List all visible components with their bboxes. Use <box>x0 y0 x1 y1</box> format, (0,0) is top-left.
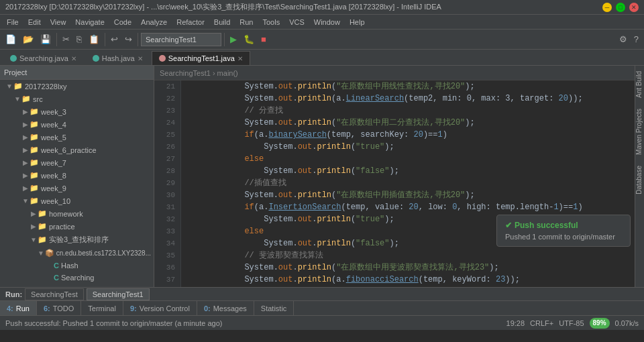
sidebar-item-hash[interactable]: ▶CHash <box>0 260 154 272</box>
run-tab-label: Run <box>16 304 30 312</box>
paste-icon[interactable]: 📋 <box>86 33 102 46</box>
folder-icon: 📁 <box>13 82 23 91</box>
ln-25: 25 <box>157 129 175 141</box>
sidebar-item-homework[interactable]: ▶📁homework <box>0 207 154 220</box>
sidebar-item-project-root[interactable]: ▼ 📁 20172328lxy <box>0 80 154 93</box>
project-root-label: 20172328lxy <box>25 82 66 91</box>
ln-32: 32 <box>157 213 175 225</box>
ln-23: 23 <box>157 105 175 117</box>
tab-hash-java[interactable]: Hash.java ✕ <box>85 51 150 65</box>
menu-help[interactable]: Help <box>345 17 369 27</box>
bottom-tab-vcs[interactable]: 9: Version Control <box>123 301 197 315</box>
tab-searchingtest1-close[interactable]: ✕ <box>237 55 243 62</box>
notification-body: Pushed 1 commit to origin/master <box>505 233 622 241</box>
sidebar-item-practice[interactable]: ▶📁practice <box>0 220 154 233</box>
terminal-tab-label: Terminal <box>88 304 116 312</box>
sidebar-item-package[interactable]: ▼📦cn.edu.besti.cs1723.LXY2328... <box>0 247 154 260</box>
sidebar-item-week7[interactable]: ▶📁week_7 <box>0 156 154 169</box>
open-icon[interactable]: 📂 <box>20 33 36 46</box>
code-editor[interactable]: 21 22 23 24 25 26 27 28 29 30 31 32 33 3… <box>154 80 635 287</box>
project-sidebar: Project ▼ 📁 20172328lxy ▼ 📁 src ▶📁week_3… <box>0 66 154 287</box>
settings-icon[interactable]: ⚙ <box>616 33 630 46</box>
run-tab1[interactable]: SearchingTest <box>25 288 84 300</box>
tab-searching-java[interactable]: Searching.java ✕ <box>3 51 84 65</box>
menu-view[interactable]: View <box>46 17 70 27</box>
sidebar-item-week4[interactable]: ▶📁week_4 <box>0 118 154 131</box>
separator-1 <box>56 33 57 46</box>
code-line-38: //树表查找 <box>186 286 635 287</box>
sidebar-item-week5[interactable]: ▶📁week_5 <box>0 131 154 144</box>
ln-28: 28 <box>157 165 175 177</box>
bottom-tab-statistic[interactable]: Statistic <box>254 301 294 315</box>
ant-build-tab[interactable]: Ant Build <box>635 66 644 103</box>
run-tab2[interactable]: SearchingTest1 <box>87 288 150 300</box>
bottom-toolbar: 4: Run 6: TODO Terminal 9: Version Contr… <box>0 300 644 315</box>
sidebar-item-src[interactable]: ▼ 📁 src <box>0 93 154 105</box>
menu-navigate[interactable]: Navigate <box>71 17 108 27</box>
ln-30: 30 <box>157 189 175 201</box>
sidebar-item-searching[interactable]: ▶CSearching <box>0 272 154 284</box>
sidebar-item-exp3[interactable]: ▼📁实验3_查找和排序 <box>0 233 154 247</box>
stop-icon[interactable]: ■ <box>258 33 269 46</box>
tab-searchingtest1-java[interactable]: SearchingTest1.java ✕ <box>152 51 250 65</box>
menu-analyze[interactable]: Analyze <box>137 17 171 27</box>
vcs-tab-label: Version Control <box>140 304 190 312</box>
line-ending: CRLF+ <box>530 319 553 327</box>
breadcrumb-bar: SearchingTest1 › main() <box>154 66 635 80</box>
maximize-button[interactable]: □ <box>616 3 625 12</box>
ln-21: 21 <box>157 80 175 93</box>
menu-edit[interactable]: Edit <box>24 17 45 27</box>
window-controls: ─ □ ✕ <box>602 3 639 12</box>
menu-refactor[interactable]: Refactor <box>172 17 209 27</box>
ln-37: 37 <box>157 274 175 286</box>
statistic-tab-label: Statistic <box>261 304 287 312</box>
debug-icon[interactable]: 🐛 <box>241 33 257 46</box>
run-tab-num: 4: <box>7 304 13 312</box>
breadcrumb-text: SearchingTest1 › main() <box>160 69 238 77</box>
new-file-icon[interactable]: 📄 <box>3 33 19 46</box>
bottom-tab-todo[interactable]: 6: TODO <box>37 301 81 315</box>
ln-36: 36 <box>157 262 175 274</box>
sidebar-item-sorting[interactable]: ▶CSorting <box>0 284 154 287</box>
menu-run[interactable]: Run <box>235 17 257 27</box>
bottom-tab-terminal[interactable]: Terminal <box>81 301 123 315</box>
code-line-22: System.out.println(a.LinearSearch(temp2,… <box>186 93 635 105</box>
sidebar-item-week10[interactable]: ▼📁week_10 <box>0 194 154 207</box>
save-icon[interactable]: 💾 <box>38 33 54 46</box>
minimize-button[interactable]: ─ <box>602 3 612 12</box>
notification-title: ✔ Push successful <box>505 221 622 230</box>
ln-24: 24 <box>157 117 175 129</box>
code-line-28: System.out.println("false"); <box>186 165 635 177</box>
menu-tools[interactable]: Tools <box>258 17 284 27</box>
cut-icon[interactable]: ✂ <box>60 33 72 46</box>
tab-hash-close[interactable]: ✕ <box>138 55 143 62</box>
menu-vcs[interactable]: VCS <box>285 17 309 27</box>
close-button[interactable]: ✕ <box>629 3 639 12</box>
tab-searching-close[interactable]: ✕ <box>71 55 76 62</box>
menu-code[interactable]: Code <box>110 17 136 27</box>
sidebar-item-week3[interactable]: ▶📁week_3 <box>0 105 154 118</box>
bottom-tab-run[interactable]: 4: Run <box>0 301 37 315</box>
undo-icon[interactable]: ↩ <box>108 33 121 46</box>
status-bar: Push successful: Pushed 1 commit to orig… <box>0 315 644 330</box>
menu-file[interactable]: File <box>3 17 23 27</box>
redo-icon[interactable]: ↪ <box>122 33 135 46</box>
maven-projects-tab[interactable]: Maven Projects <box>635 103 644 160</box>
menu-build[interactable]: Build <box>210 17 234 27</box>
messages-tab-label: Messages <box>213 304 247 312</box>
sidebar-item-week6[interactable]: ▶📁week_6_practice <box>0 144 154 156</box>
help-icon[interactable]: ? <box>631 33 641 46</box>
ln-31: 31 <box>157 201 175 213</box>
search-input[interactable] <box>141 33 221 46</box>
database-tab[interactable]: Database <box>635 160 644 200</box>
sidebar-header: Project <box>0 66 154 80</box>
sidebar-item-week9[interactable]: ▶📁week_9 <box>0 182 154 194</box>
sidebar-item-week8[interactable]: ▶📁week_8 <box>0 169 154 182</box>
tab-searching-label: Searching.java <box>19 54 68 62</box>
run-icon[interactable]: ▶ <box>227 33 239 46</box>
copy-icon[interactable]: ⎘ <box>74 33 85 46</box>
bottom-tab-messages[interactable]: 0: Messages <box>197 301 254 315</box>
ln-34: 34 <box>157 237 175 249</box>
menu-window[interactable]: Window <box>310 17 344 27</box>
status-right: 19:28 CRLF+ UTF-85 89% 0.07k/s <box>506 318 639 329</box>
